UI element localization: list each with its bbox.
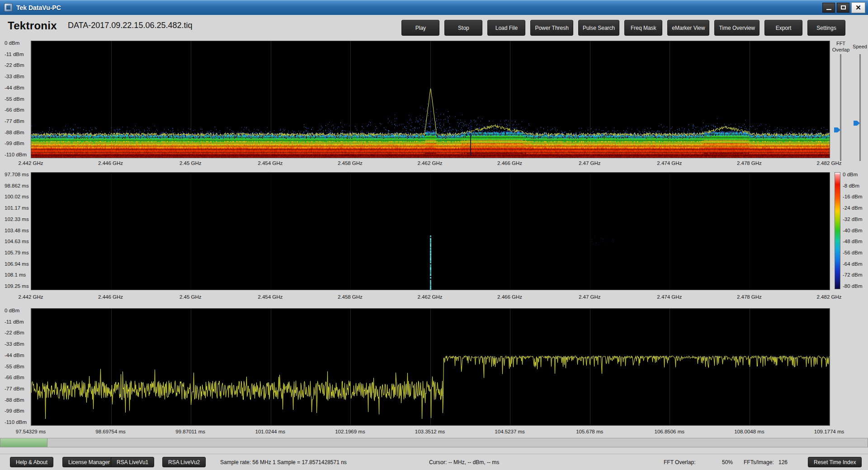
colorbar-power-tick: -40 dBm — [843, 228, 862, 233]
reset-time-index-button[interactable]: Reset Time Index — [808, 457, 862, 467]
statusbar-button-rsa-livevu1[interactable]: RSA LiveVu1 — [111, 457, 154, 467]
toolbar-button-settings[interactable]: Settings — [807, 20, 845, 36]
spectrum-persistence-chart[interactable] — [31, 41, 830, 158]
close-button[interactable]: ✕ — [851, 2, 865, 13]
timetrace-time-tick: 104.5237 ms — [495, 429, 525, 434]
time-scrollbar[interactable] — [0, 438, 868, 447]
fft-overlap-slider-label: FFT Overlap — [830, 41, 852, 53]
toolbar-button-load-file[interactable]: Load File — [487, 20, 525, 36]
speed-slider-label: Speed — [850, 44, 868, 50]
spectrogram-freq-tick: 2.482 GHz — [817, 294, 842, 300]
spectrum-freq-tick: 2.466 GHz — [497, 160, 522, 166]
speed-slider[interactable] — [859, 54, 861, 161]
spectrogram-time-tick: 106.94 ms — [5, 261, 29, 267]
colorbar-power-tick: -48 dBm — [843, 239, 862, 244]
spectrogram-freq-tick: 2.466 GHz — [497, 294, 522, 300]
colorbar-power-tick: -72 dBm — [843, 272, 862, 277]
timetrace-power-tick: -110 dBm — [5, 419, 27, 425]
spectrum-power-tick: 0 dBm — [5, 40, 19, 46]
timetrace-power-tick: -99 dBm — [5, 408, 24, 414]
timetrace-time-tick: 105.678 ms — [576, 429, 603, 434]
statusbar-button-rsa-livevu2[interactable]: RSA LiveVu2 — [162, 457, 206, 467]
fft-overlap-readout-label: FFT Overlap: — [664, 459, 695, 465]
fft-overlap-label-line2: Overlap — [830, 47, 852, 53]
timetrace-time-tick: 103.3512 ms — [415, 429, 445, 434]
spectrogram-time-tick: 109.25 ms — [5, 283, 29, 289]
timetrace-power-tick: -55 dBm — [5, 364, 24, 369]
timetrace-time-tick: 101.0244 ms — [255, 429, 286, 434]
spectrum-freq-tick: 2.462 GHz — [418, 160, 443, 166]
spectrum-freq-tick: 2.482 GHz — [817, 160, 842, 166]
toolbar-button-pulse-search[interactable]: Pulse Search — [578, 20, 619, 36]
fft-overlap-slider[interactable] — [840, 54, 841, 161]
window-title: Tek DataVu-PC — [16, 4, 822, 11]
speed-slider-thumb[interactable] — [854, 121, 860, 126]
colorbar-power-tick: 0 dBm — [843, 172, 858, 177]
colorbar-power-tick: -80 dBm — [843, 283, 862, 289]
timetrace-power-tick: -11 dBm — [5, 319, 24, 324]
close-icon: ✕ — [855, 4, 861, 11]
timetrace-power-tick: -33 dBm — [5, 341, 24, 347]
spectrogram-time-tick: 100.02 ms — [5, 194, 29, 199]
timetrace-time-tick: 97.54329 ms — [16, 429, 46, 434]
spectrum-freq-tick: 2.45 GHz — [179, 160, 202, 166]
spectrogram-colorbar — [835, 172, 840, 289]
spectrum-freq-tick: 2.458 GHz — [338, 160, 363, 166]
spectrogram-time-tick: 104.63 ms — [5, 239, 29, 244]
spectrum-freq-tick: 2.446 GHz — [98, 160, 123, 166]
spectrum-freq-tick: 2.47 GHz — [579, 160, 601, 166]
toolbar-button-freq-mask[interactable]: Freq Mask — [624, 20, 662, 36]
sample-rate-text: Sample rate: 56 MHz 1 Sample = 17.857142… — [220, 459, 347, 465]
spectrogram-freq-tick: 2.474 GHz — [657, 294, 682, 300]
colorbar-power-tick: -56 dBm — [843, 250, 862, 255]
toolbar-button-play[interactable]: Play — [401, 20, 439, 36]
spectrogram-chart[interactable] — [31, 172, 830, 290]
timetrace-power-tick: -22 dBm — [5, 330, 24, 335]
spectrum-power-tick: -44 dBm — [5, 85, 24, 90]
spectrum-power-tick: -11 dBm — [5, 52, 24, 57]
minimize-icon — [826, 9, 831, 10]
minimize-button[interactable] — [822, 3, 835, 13]
maximize-icon — [841, 5, 846, 9]
spectrum-power-tick: -77 dBm — [5, 118, 24, 124]
spectrogram-time-tick: 97.708 ms — [5, 172, 29, 177]
statusbar-button-help-about[interactable]: Help & About — [10, 457, 53, 467]
fft-overlap-slider-thumb[interactable] — [834, 127, 840, 132]
app-window: Tek DataVu-PC ✕ Tektronix DATA-2017.09.2… — [0, 0, 868, 470]
fft-overlap-label-line1: FFT — [830, 41, 852, 47]
colorbar-power-tick: -24 dBm — [843, 205, 862, 211]
spectrogram-time-tick: 103.48 ms — [5, 228, 29, 233]
spectrogram-freq-tick: 2.454 GHz — [258, 294, 283, 300]
time-scrollbar-thumb[interactable] — [0, 438, 47, 447]
toolbar: PlayStopLoad FilePower ThreshPulse Searc… — [401, 20, 845, 36]
timetrace-time-tick: 99.87011 ms — [175, 429, 205, 434]
tektronix-logo: Tektronix — [8, 19, 57, 32]
spectrogram-freq-tick: 2.462 GHz — [418, 294, 443, 300]
spectrum-power-tick: -88 dBm — [5, 130, 24, 135]
colorbar-power-tick: -8 dBm — [843, 183, 859, 188]
toolbar-button-power-thresh[interactable]: Power Thresh — [530, 20, 573, 36]
timetrace-power-tick: -88 dBm — [5, 397, 24, 403]
spectrum-power-tick: -22 dBm — [5, 62, 24, 68]
timetrace-time-tick: 106.8506 ms — [655, 429, 685, 434]
spectrogram-freq-tick: 2.478 GHz — [737, 294, 762, 300]
toolbar-button-emarker-view[interactable]: eMarker View — [667, 20, 709, 36]
spectrogram-freq-tick: 2.442 GHz — [19, 294, 43, 300]
spectrum-power-tick: -110 dBm — [5, 152, 27, 157]
fft-overlap-readout-value: 50% — [722, 459, 733, 465]
toolbar-button-time-overview[interactable]: Time Overview — [714, 20, 760, 36]
time-trace-chart[interactable] — [31, 308, 830, 426]
ffts-per-image-label: FFTs/Image: — [744, 459, 774, 465]
statusbar: Help & AboutLicense ManagerRSA LiveVu1RS… — [0, 454, 868, 470]
maximize-button[interactable] — [837, 3, 849, 13]
statusbar-button-license-manager[interactable]: License Manager — [62, 457, 116, 467]
cursor-readout: Cursor: -- MHz, -- dBm, -- ms — [429, 459, 499, 465]
window-controls: ✕ — [822, 2, 865, 13]
spectrogram-time-tick: 105.79 ms — [5, 250, 29, 255]
spectrum-power-tick: -33 dBm — [5, 74, 24, 79]
toolbar-button-export[interactable]: Export — [764, 20, 802, 36]
toolbar-button-stop[interactable]: Stop — [444, 20, 482, 36]
spectrum-freq-tick: 2.478 GHz — [737, 160, 762, 166]
spectrum-power-tick: -99 dBm — [5, 141, 24, 146]
timetrace-power-tick: -44 dBm — [5, 352, 24, 358]
